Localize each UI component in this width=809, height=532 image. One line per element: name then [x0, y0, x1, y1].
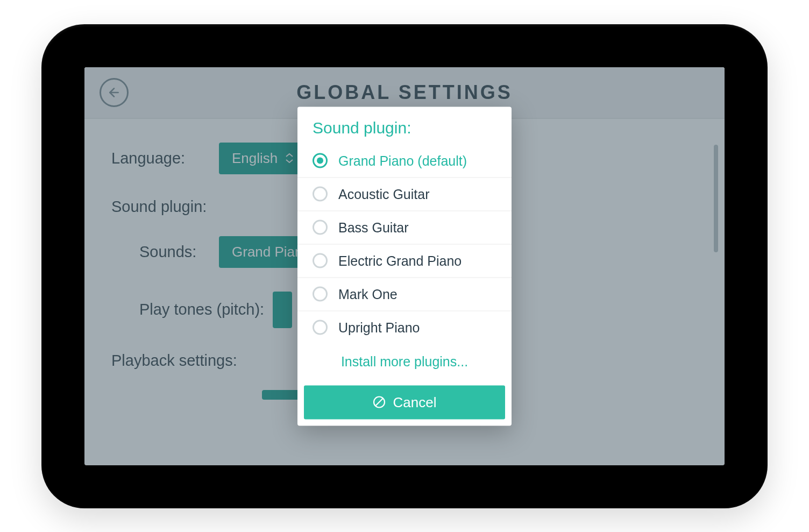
play-tones-select[interactable] [273, 292, 292, 328]
modal-footer: Cancel [297, 379, 512, 425]
svg-line-2 [375, 399, 383, 406]
option-label: Electric Grand Piano [338, 253, 462, 268]
tablet-frame: GLOBAL SETTINGS Language: English Sound … [41, 24, 768, 508]
language-select[interactable]: English [219, 143, 307, 174]
radio-icon [313, 287, 328, 302]
sounds-label: Sounds: [111, 243, 219, 261]
arrow-left-icon [107, 86, 121, 100]
modal-title: Sound plugin: [297, 107, 512, 144]
radio-icon [313, 320, 328, 335]
option-label: Bass Guitar [338, 219, 409, 235]
sort-icon [285, 153, 294, 163]
page-title: GLOBAL SETTINGS [296, 81, 512, 104]
language-value: English [232, 150, 278, 167]
radio-icon [313, 187, 328, 202]
screen: GLOBAL SETTINGS Language: English Sound … [84, 67, 725, 465]
sound-option[interactable]: Electric Grand Piano [297, 244, 512, 278]
option-label: Grand Piano (default) [338, 153, 467, 168]
scrollbar[interactable] [714, 145, 718, 252]
option-label: Acoustic Guitar [338, 186, 430, 202]
sound-plugin-modal: Sound plugin: Grand Piano (default)Acous… [297, 107, 512, 425]
play-tones-label: Play tones (pitch): [111, 301, 273, 318]
cancel-label: Cancel [393, 394, 437, 410]
radio-icon [313, 220, 328, 235]
install-more-link[interactable]: Install more plugins... [297, 344, 512, 379]
sound-option[interactable]: Bass Guitar [297, 211, 512, 244]
radio-selected-icon [313, 153, 328, 168]
sound-option[interactable]: Mark One [297, 278, 512, 311]
sound-option[interactable]: Grand Piano (default) [297, 144, 512, 178]
cancel-icon [373, 396, 386, 409]
option-label: Mark One [338, 286, 398, 302]
cancel-button[interactable]: Cancel [304, 385, 505, 419]
option-label: Upright Piano [338, 320, 420, 335]
option-list: Grand Piano (default)Acoustic GuitarBass… [297, 144, 512, 344]
language-label: Language: [111, 150, 219, 167]
radio-icon [313, 253, 328, 268]
back-button[interactable] [100, 78, 129, 107]
sound-option[interactable]: Acoustic Guitar [297, 178, 512, 211]
sound-option[interactable]: Upright Piano [297, 311, 512, 344]
